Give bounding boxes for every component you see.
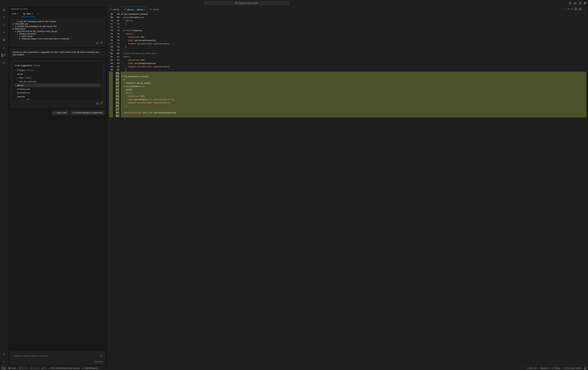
extensions-icon[interactable] (2, 38, 6, 42)
question-text: Would you like to generate a suggestion … (13, 51, 99, 56)
svg-point-12 (3, 25, 3, 26)
search-text: support-cases-sample (239, 2, 258, 4)
svg-rect-2 (574, 2, 576, 4)
language-mode[interactable]: { } Python (552, 367, 560, 369)
check-icon: ✓ (54, 112, 56, 114)
test-icon[interactable] (2, 46, 6, 50)
file-app[interactable]: app.py (15, 83, 101, 87)
code-lines: def get_case(event, context): except Exc… (121, 12, 588, 366)
outline-item: 1. Update documentation on new /cases AP… (13, 25, 103, 28)
branch-status[interactable]: main (9, 367, 16, 370)
outline-item: 5. README.md (13, 23, 103, 25)
sync-status[interactable]: 0 ↓ 2 ↑ (19, 367, 28, 370)
close-icon[interactable]: × (144, 8, 145, 11)
char-counter: 4000/4000 (10, 360, 105, 364)
amazon-q-icon[interactable] (2, 53, 6, 57)
new-tab-button[interactable]: + (35, 11, 41, 17)
python-env[interactable]: 3.12.2 ('.venv': venv) (563, 367, 581, 369)
panel-right-icon[interactable] (579, 2, 581, 4)
run-debug-icon[interactable] (2, 31, 6, 34)
file-label: README.md (17, 92, 30, 94)
group-count: 1 file(s) (24, 76, 31, 79)
svg-point-24 (9, 369, 10, 369)
cursor-position[interactable]: Ln 86, Col 1 (527, 367, 538, 369)
next-change-icon[interactable]: ↓ (565, 8, 566, 11)
prev-change-icon[interactable]: ↑ (561, 8, 563, 11)
file-readme[interactable]: README.md (15, 91, 101, 95)
sidebar-header: AMAZON Q CHAT ⋯ (8, 6, 107, 11)
outline-item: 1. Input: None (13, 35, 103, 37)
remote-button[interactable] (2, 367, 6, 370)
nav-forward-icon[interactable]: → (58, 1, 61, 5)
outline-item: 6. Make tests (13, 28, 103, 30)
editor-tab-api[interactable]: ⚙ api.py (148, 7, 161, 12)
codewhisperer-status[interactable]: ▷ CodeWhisperer (82, 367, 98, 369)
svg-rect-4 (584, 2, 585, 3)
titlebar: ← → support-cases-sample (0, 0, 588, 6)
inline-icon[interactable] (574, 8, 577, 11)
thumbs-down-icon[interactable] (100, 42, 103, 45)
chat-tab-qdev[interactable]: Q - Dev × (21, 11, 35, 17)
code-view[interactable]: 686970717273747576777879808182838485 496… (108, 12, 588, 366)
regenerate-button[interactable]: ↻ Provide feedback to regenerate (70, 110, 105, 115)
left-gutter: 686970717273747576777879808182838485 (108, 12, 114, 366)
chat-tab-chat[interactable]: Chat × (10, 11, 21, 17)
editor-tab-app[interactable]: ⚙ app.py (108, 7, 122, 12)
command-center[interactable]: support-cases-sample (204, 1, 289, 5)
more-icon[interactable]: ⋯ (103, 8, 105, 10)
tests-group[interactable]: ▾ tests 1 file(s) (15, 76, 101, 80)
chevron-down-icon: ▾ (15, 69, 16, 71)
settings-icon[interactable] (2, 360, 6, 364)
account-icon[interactable] (2, 352, 6, 356)
group-count: 6 file(s) (26, 69, 33, 71)
close-icon[interactable]: × (17, 12, 19, 15)
swap-icon[interactable]: ⇄ (567, 8, 569, 11)
svg-rect-3 (579, 2, 581, 4)
python-icon: ⚙ (124, 8, 126, 11)
file-test-list-cases[interactable]: test_list_cases.py (15, 80, 101, 83)
aws-icon[interactable]: aws (2, 61, 6, 65)
source-control-icon[interactable] (2, 23, 6, 27)
cs-title: Code suggestions (15, 64, 32, 67)
panel-left-icon[interactable] (569, 2, 572, 4)
editor-toolbar: ↑ ↓ ⇄ ¶ ⋯ (561, 8, 588, 11)
explorer-icon[interactable] (2, 8, 6, 12)
thumbs-up-icon[interactable] (96, 102, 99, 105)
chat-input[interactable]: Select an option above to proceed 4000/4… (10, 351, 105, 364)
thumbs-down-icon[interactable] (100, 102, 103, 105)
button-label: Insert code (57, 112, 66, 114)
svg-rect-17 (4, 40, 5, 41)
svg-rect-5 (585, 2, 586, 3)
file-template[interactable]: template.yaml (15, 87, 101, 91)
whitespace-icon[interactable]: ¶ (571, 8, 572, 11)
layout-grid-icon[interactable] (584, 2, 586, 4)
tab-label: app.py (113, 8, 119, 11)
tab-label: Chat (12, 12, 16, 15)
close-icon[interactable]: × (32, 12, 33, 15)
file-label: app.py (17, 84, 23, 86)
send-icon[interactable] (99, 354, 102, 357)
activity-bar: aws (0, 6, 8, 366)
indent-status[interactable]: Spaces: 4 (540, 367, 549, 369)
svg-rect-7 (585, 3, 586, 4)
ports-status[interactable]: 0 (41, 367, 46, 370)
notification-icon[interactable] (584, 367, 586, 370)
changes-group[interactable]: ▾ Changes 6 file(s) (15, 68, 101, 72)
thumbs-up-icon[interactable] (96, 42, 99, 45)
insert-code-button[interactable]: ✓ Insert code (52, 110, 68, 115)
problems-status[interactable]: ⊘ 0 ⚠ 0 (30, 367, 39, 369)
editor-tab-diff[interactable]: ⚙ app.py ↔ app.py × (122, 7, 148, 12)
aws-status[interactable]: ✓ AWS: IAM Identity Center (amzn) (48, 367, 80, 369)
more-icon[interactable]: ⋯ (584, 8, 586, 11)
aws-text: AWS: IAM Identity Center (amzn) (51, 367, 80, 369)
file-api[interactable]: api.py (15, 72, 101, 76)
chat-question: Would you like to generate a suggestion … (10, 49, 105, 58)
panel-bottom-icon[interactable] (574, 2, 577, 4)
editor-tabs: ⚙ app.py ⚙ app.py ↔ app.py × ⚙ api.py ↑ … (108, 6, 588, 12)
split-icon[interactable] (579, 8, 582, 11)
group-label: tests (19, 76, 23, 79)
chevron-down-icon: ▾ (17, 77, 18, 79)
search-icon[interactable] (2, 15, 6, 19)
nav-back-icon[interactable]: ← (54, 1, 57, 5)
chat-tabs: Chat × Q - Dev × + (8, 11, 107, 17)
